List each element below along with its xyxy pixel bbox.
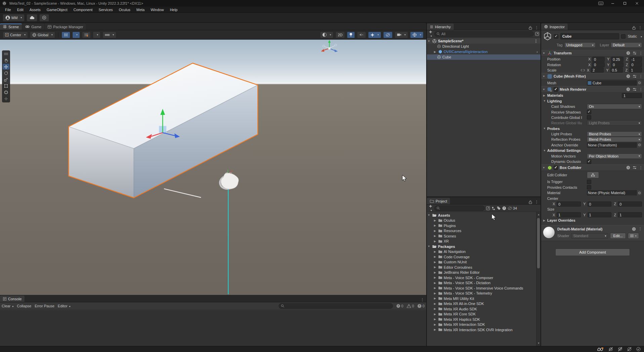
size-z-field[interactable]: 1 (618, 212, 642, 217)
project-package-row[interactable]: ▶Meta XR Interaction SDK OVR Integration (427, 327, 536, 333)
foldout-closed-icon[interactable]: ▶ (433, 219, 437, 222)
component-menu-icon[interactable]: ⋮ (638, 227, 642, 231)
foldout-open-icon[interactable]: ▼ (543, 99, 547, 102)
prefab-open-arrow-icon[interactable]: › (536, 50, 539, 54)
size-x-field[interactable]: 1 (557, 212, 581, 217)
component-menu-icon[interactable]: ⋮ (639, 166, 643, 170)
object-picker-icon[interactable]: ⊙ (637, 190, 642, 195)
project-package-row[interactable]: ▶Meta XR All-in-One SDK (427, 301, 536, 307)
project-add-button[interactable] (428, 205, 433, 212)
hierarchy-scene-row[interactable]: ▼ SampleScene* ⋮ (427, 38, 540, 44)
tool-handle-rotation-dropdown[interactable]: Global (30, 32, 55, 38)
object-picker-icon[interactable]: ⊙ (637, 80, 642, 86)
help-icon[interactable]: ? (626, 166, 630, 170)
hierarchy-add-button[interactable] (428, 30, 433, 38)
cloud-button[interactable] (27, 14, 37, 21)
project-package-row[interactable]: ▶Meta - Voice SDK - Dictation (427, 280, 536, 286)
foldout-open-icon[interactable]: ▼ (543, 127, 547, 130)
scale-x-field[interactable]: 2 (591, 68, 604, 73)
meta-status-icon[interactable] (597, 347, 604, 351)
console-log-area[interactable] (0, 310, 426, 346)
console-error-count[interactable]: 0 (417, 304, 425, 308)
foldout-open-icon[interactable]: ▼ (427, 40, 431, 43)
tab-hierarchy[interactable]: Hierarchy (427, 24, 454, 30)
project-menu-icon[interactable]: ⋮ (535, 200, 538, 204)
foldout-open-icon[interactable]: ▼ (542, 75, 546, 78)
materials-row[interactable]: ▶ Materials 1 (541, 93, 644, 98)
project-folder-plugins[interactable]: ▶ Plugins (427, 223, 536, 228)
project-package-row[interactable]: ▶Meta - Voice SDK - Immersive Voice Comm… (427, 285, 536, 291)
project-search-asset-icon[interactable] (491, 206, 495, 210)
check-circle-icon[interactable] (636, 347, 641, 351)
layer-dropdown[interactable]: Default (611, 42, 642, 48)
object-name-field[interactable]: Cube (560, 33, 619, 39)
minimize-button[interactable] (608, 1, 618, 6)
gameobject-big-icon[interactable] (543, 32, 552, 41)
is-trigger-checkbox[interactable] (587, 180, 591, 184)
transform-tool[interactable] (3, 89, 9, 95)
material-section[interactable]: Default-Material (Material) ? ⋮ Shader S… (541, 225, 644, 241)
project-label-filter-icon[interactable] (497, 206, 501, 210)
project-folder-oculus[interactable]: ▶ Oculus (427, 218, 536, 223)
menu-help[interactable]: Help (167, 7, 180, 13)
snap-settings-button[interactable] (103, 32, 116, 38)
tab-console[interactable]: Console (0, 296, 25, 302)
scene-visibility-button[interactable] (383, 32, 393, 38)
inspector-menu-icon[interactable]: ⋮ (638, 26, 642, 30)
foldout-open-icon[interactable]: ▼ (542, 52, 546, 55)
scene-viewport[interactable] (0, 40, 426, 295)
account-button[interactable]: MM (3, 14, 25, 21)
project-package-row[interactable]: ▶Meta XR Core SDK (427, 312, 536, 317)
add-component-button[interactable]: Add Component (555, 249, 630, 256)
presets-icon[interactable] (633, 88, 637, 91)
receive-gi-dropdown[interactable]: Light Probes (587, 120, 642, 126)
project-package-row[interactable]: ▶Meta MR Utility Kit (427, 296, 536, 301)
project-folder-scenes[interactable]: ▶ Scenes (427, 233, 536, 239)
view-hand-tool[interactable] (3, 57, 9, 63)
scene-camera-dropdown[interactable] (395, 32, 408, 38)
menu-meta[interactable]: Meta (133, 7, 148, 13)
hierarchy-menu-icon[interactable]: ⋮ (535, 26, 538, 30)
menu-oculus[interactable]: Oculus (116, 7, 133, 13)
transform-header[interactable]: ▼ Transform ? ⋮ (541, 50, 644, 56)
material-list-dropdown[interactable] (628, 233, 639, 239)
foldout-closed-icon[interactable]: ▶ (433, 240, 437, 243)
position-z-field[interactable]: -1 (630, 57, 642, 62)
increment-snap-button[interactable] (82, 32, 91, 38)
layer-overrides-row[interactable]: ▶ Layer Overrides (541, 218, 644, 223)
lighting-section-row[interactable]: ▼ Lighting (541, 98, 644, 104)
component-menu-icon[interactable]: ⋮ (639, 87, 643, 92)
motion-vectors-dropdown[interactable]: Per Object Motion (587, 153, 642, 159)
help-icon[interactable]: ? (626, 51, 630, 55)
2d-toggle-button[interactable]: 2D (335, 32, 345, 38)
console-clear-button[interactable]: Clear (2, 304, 13, 308)
component-menu-icon[interactable]: ⋮ (639, 51, 643, 55)
project-package-row[interactable]: ▶Editor Coroutines (427, 265, 536, 270)
anchor-override-field[interactable]: None (Transform) ⊙ (587, 142, 642, 148)
scene-row-menu-icon[interactable]: ⋮ (534, 39, 539, 43)
project-search-input[interactable] (434, 206, 485, 211)
console-menu-icon[interactable]: ⋮ (420, 298, 424, 302)
rotate-tool[interactable] (3, 70, 9, 76)
grid-snapping-button[interactable] (62, 32, 70, 38)
presets-icon[interactable] (633, 166, 637, 169)
unity-hub-button[interactable] (39, 14, 49, 21)
rotation-x-field[interactable]: 0 (592, 62, 605, 67)
project-lock-icon[interactable] (529, 200, 532, 204)
provides-contacts-checkbox[interactable] (587, 185, 591, 189)
maximize-button[interactable] (620, 1, 630, 6)
presets-icon[interactable] (633, 75, 637, 78)
project-package-row[interactable]: ▶AI Navigation (427, 249, 536, 255)
foldout-closed-icon[interactable]: ▶ (543, 219, 547, 222)
project-scrollbar[interactable]: ▲ ▼ (536, 212, 540, 346)
additional-settings-row[interactable]: ▼ Additional Settings (541, 148, 644, 153)
project-folder-resources[interactable]: ▶ Resources (427, 228, 536, 234)
mesh-object-field[interactable]: Cube ⊙ (587, 80, 642, 86)
draw-mode-dropdown[interactable] (320, 32, 333, 38)
component-enabled-checkbox[interactable] (554, 166, 558, 170)
tool-handle-pivot-dropdown[interactable]: Center (3, 32, 28, 38)
hierarchy-item-cube-selected[interactable]: Cube (427, 54, 540, 60)
project-alert-icon[interactable] (502, 206, 506, 210)
scale-link-icon[interactable] (581, 69, 585, 72)
menu-gameobject[interactable]: GameObject (44, 7, 71, 13)
